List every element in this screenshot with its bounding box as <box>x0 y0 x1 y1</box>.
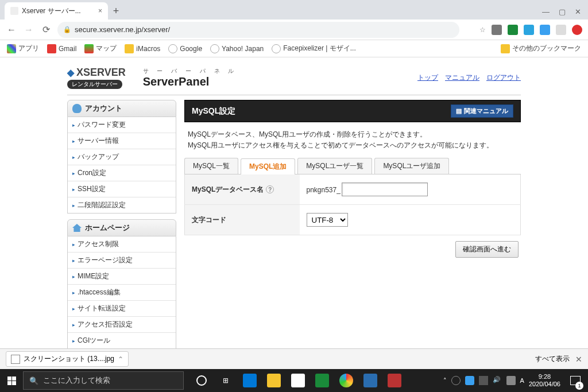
xserver-logo: ◆XSERVER <box>67 67 126 79</box>
sidebar-item[interactable]: ▸バックアップ <box>68 149 176 165</box>
taskbar-clock[interactable]: 9:28 2020/04/06 <box>529 373 560 388</box>
tab-mysql-user-list[interactable]: MySQLユーザ一覧 <box>297 158 372 174</box>
tray-help-icon[interactable] <box>451 376 461 385</box>
tray-network-icon[interactable] <box>479 376 488 385</box>
chevron-up-icon[interactable]: ⌃ <box>118 355 123 363</box>
tray-ime-icon[interactable] <box>506 376 516 385</box>
form-table: MySQLデータベース名? pnkgn537_ 文字コード UTF-8 <box>184 174 521 235</box>
ext-icon-5[interactable] <box>556 25 566 35</box>
close-icon[interactable]: ✕ <box>575 7 581 16</box>
star-icon[interactable]: ☆ <box>479 26 486 34</box>
ext-icon-4[interactable] <box>540 25 550 35</box>
charset-label: 文字コード <box>185 205 300 235</box>
sidebar-item[interactable]: ▸Cron設定 <box>68 165 176 181</box>
sidebar-item[interactable]: ▸アクセス拒否設定 <box>68 317 176 333</box>
sidebar-item[interactable]: ▸アクセス制限 <box>68 236 176 253</box>
minimize-icon[interactable]: — <box>542 7 550 16</box>
sidebar-section-account: アカウント <box>67 100 176 117</box>
reload-icon[interactable]: ⟳ <box>40 24 52 35</box>
confirm-button[interactable]: 確認画面へ進む <box>455 241 519 258</box>
tb-filezilla-icon[interactable] <box>382 369 407 392</box>
bookmark-google[interactable]: Google <box>168 44 202 53</box>
top-links: トップ マニュアル ログアウト <box>417 73 521 83</box>
sidebar-item[interactable]: ▸MIME設定 <box>68 269 176 285</box>
forward-icon[interactable]: → <box>23 25 34 35</box>
new-tab-button[interactable]: + <box>108 5 124 20</box>
tab-mysql-add[interactable]: MySQL追加 <box>241 158 295 174</box>
close-download-bar-icon[interactable]: ✕ <box>575 355 582 364</box>
lock-icon: 🔒 <box>63 26 71 33</box>
sidebar-item[interactable]: ▸SSH設定 <box>68 181 176 197</box>
bookmark-imacros[interactable]: iMacros <box>125 44 160 53</box>
link-manual[interactable]: マニュアル <box>445 73 479 83</box>
bookmark-gmail[interactable]: Gmail <box>47 44 76 53</box>
sidebar-item[interactable]: ▸エラーページ設定 <box>68 253 176 269</box>
description: MySQLデータベース、MySQL用ユーザの作成・削除を行うことができます。 M… <box>184 122 521 158</box>
sidebar-item[interactable]: ▸.htaccess編集 <box>68 285 176 301</box>
tabs: MySQL一覧 MySQL追加 MySQLユーザ一覧 MySQLユーザ追加 <box>184 158 521 174</box>
download-bar: スクリーンショット (13....jpg ⌃ すべて表示 ✕ <box>0 348 588 369</box>
rental-badge: レンタルサーバー <box>67 80 122 89</box>
link-top[interactable]: トップ <box>417 73 438 83</box>
tray-volume-icon[interactable]: 🔊 <box>493 376 502 385</box>
db-name-label: MySQLデータベース名? <box>185 174 300 205</box>
tb-store-icon[interactable] <box>286 369 310 392</box>
tray-ime-a-icon[interactable]: A <box>520 377 524 384</box>
db-name-input[interactable] <box>342 183 428 196</box>
tb-vscode-icon[interactable] <box>358 369 382 392</box>
sidebar-item[interactable]: ▸サーバー情報 <box>68 133 176 149</box>
apps-button[interactable]: アプリ <box>7 44 39 53</box>
tb-edge-icon[interactable] <box>238 369 262 392</box>
tb-explorer-icon[interactable] <box>262 369 286 392</box>
tab-mysql-list[interactable]: MySQL一覧 <box>184 158 238 174</box>
bookmark-yahoo[interactable]: Yahoo! Japan <box>210 44 264 53</box>
link-logout[interactable]: ログアウト <box>486 73 521 83</box>
panel-subtitle: サ ー バ ー パ ネ ル <box>143 67 238 75</box>
bookmark-maps[interactable]: マップ <box>84 44 117 53</box>
other-bookmarks[interactable]: その他のブックマーク <box>501 44 581 53</box>
browser-tab[interactable]: Xserver サーバー... × <box>5 2 108 20</box>
maximize-icon[interactable]: ▢ <box>559 7 566 16</box>
db-prefix: pnkgn537_ <box>307 186 341 194</box>
notification-icon[interactable]: 1 <box>565 369 586 392</box>
tray-chevron-icon[interactable]: ˄ <box>443 377 447 385</box>
ext-icon-3[interactable] <box>524 25 534 35</box>
taskbar-search[interactable]: 🔍 ここに入力して検索 <box>23 371 184 390</box>
url-field[interactable]: 🔒 secure.xserver.ne.jp/xserver/ <box>57 22 459 38</box>
page-content: ◆XSERVER レンタルサーバー サ ー バ ー パ ネ ル ServerPa… <box>0 57 588 348</box>
ext-icon-6[interactable] <box>572 25 582 35</box>
back-icon[interactable]: ← <box>6 25 17 35</box>
main-title: MySQL設定 <box>192 106 235 117</box>
tb-mail-icon[interactable] <box>310 369 334 392</box>
task-view-icon[interactable]: ⊞ <box>214 369 238 392</box>
panel-title: ServerPanel <box>143 75 238 88</box>
taskbar: 🔍 ここに入力して検索 ⊞ ˄ 🔊 A 9:28 2020/04/06 1 <box>0 369 588 392</box>
help-icon[interactable]: ? <box>266 185 274 193</box>
download-item[interactable]: スクリーンショット (13....jpg ⌃ <box>6 351 129 367</box>
tb-chrome-icon[interactable] <box>334 369 358 392</box>
sidebar-section-homepage: ホームページ <box>67 219 176 236</box>
address-bar: ← → ⟳ 🔒 secure.xserver.ne.jp/xserver/ ☆ <box>0 20 588 40</box>
account-icon <box>72 104 82 113</box>
tray-onedrive-icon[interactable] <box>465 376 474 385</box>
charset-select[interactable]: UTF-8 <box>307 213 348 227</box>
tab-title: Xserver サーバー... <box>22 6 81 16</box>
ext-icon-2[interactable] <box>508 25 518 35</box>
sidebar: アカウント ▸パスワード変更 ▸サーバー情報 ▸バックアップ ▸Cron設定 ▸… <box>67 100 176 348</box>
ext-icon-1[interactable] <box>492 25 502 35</box>
sidebar-item[interactable]: ▸二段階認証設定 <box>68 197 176 213</box>
start-button[interactable] <box>0 369 23 392</box>
bookmark-facepixelizer[interactable]: Facepixelizer | モザイ... <box>272 44 355 53</box>
home-icon <box>72 224 82 232</box>
download-filename: スクリーンショット (13....jpg <box>24 354 114 364</box>
tab-mysql-user-add[interactable]: MySQLユーザ追加 <box>374 158 449 174</box>
sidebar-item[interactable]: ▸サイト転送設定 <box>68 301 176 317</box>
tab-favicon <box>10 7 18 15</box>
bookmarks-bar: アプリ Gmail マップ iMacros Google Yahoo! Japa… <box>0 40 588 57</box>
sidebar-item[interactable]: ▸パスワード変更 <box>68 117 176 133</box>
close-tab-icon[interactable]: × <box>98 7 102 15</box>
cortana-icon[interactable] <box>189 369 214 392</box>
sidebar-item[interactable]: ▸CGIツール <box>68 333 176 348</box>
manual-button[interactable]: ▤関連マニュアル <box>451 104 513 118</box>
show-all-downloads[interactable]: すべて表示 <box>535 354 570 364</box>
